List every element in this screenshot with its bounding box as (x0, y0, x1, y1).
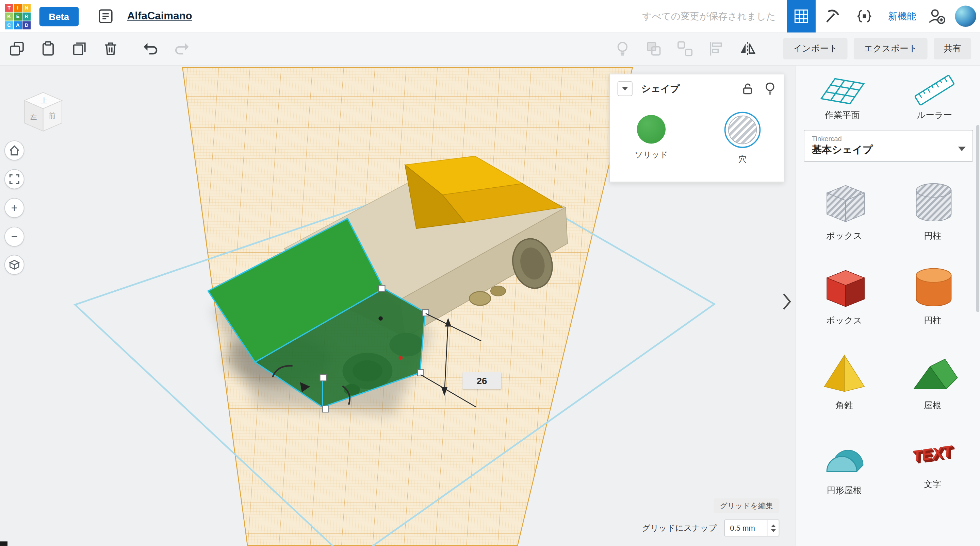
new-features-link[interactable]: 新機能 (888, 10, 916, 22)
workplane-tool[interactable]: 作業平面 (796, 71, 888, 121)
shape-inspector-panel: シェイプ ソリッド 穴 (609, 74, 784, 183)
dashboard-grid-button[interactable] (787, 0, 815, 33)
snap-grid-select[interactable]: 0.5 mm (724, 519, 780, 536)
solid-swatch (637, 115, 666, 143)
minecraft-export-button[interactable] (816, 0, 848, 33)
handle (323, 406, 329, 412)
lightbulb-icon[interactable] (764, 82, 776, 95)
show-all-button[interactable] (614, 40, 631, 57)
shape-label: 文字 (924, 479, 941, 490)
shape-label: ボックス (826, 230, 862, 242)
sidebar-scrollbar-thumb[interactable] (976, 125, 979, 312)
collapse-inspector-button[interactable] (617, 81, 633, 96)
ungroup-button[interactable] (677, 40, 693, 57)
align-icon (708, 40, 724, 57)
avatar[interactable] (955, 6, 976, 27)
redo-button[interactable] (174, 40, 190, 57)
beta-button[interactable]: Beta (40, 6, 79, 26)
shape-item-text[interactable]: TEXT 文字 (888, 433, 977, 496)
hole-option[interactable]: 穴 (716, 112, 769, 165)
header: TIN KER CAD Beta AlfaCaimano すべての変更が保存され… (0, 0, 980, 33)
share-button[interactable]: 共有 (934, 38, 971, 59)
snap-grid-value: 0.5 mm (725, 524, 767, 532)
chevron-down-icon (958, 146, 966, 152)
zoom-out-button[interactable]: − (5, 227, 24, 247)
vertex-dot[interactable] (379, 316, 382, 320)
dimension-badge[interactable]: 26 (463, 372, 501, 389)
shape-label: 屋根 (924, 400, 941, 411)
shape-panel-title: シェイプ (641, 83, 679, 95)
shape-item-box-hole[interactable]: ボックス (800, 178, 888, 241)
fit-view-button[interactable] (5, 169, 24, 189)
cube-front-label: 前 (49, 112, 56, 119)
midpoint-dot[interactable] (398, 356, 402, 360)
shape-item-round-roof[interactable]: 円形屋根 (800, 433, 888, 496)
shape-gallery: ボックス 円柱 ボックス (796, 162, 980, 496)
plus-icon: + (11, 202, 18, 214)
tinkercad-app: TIN KER CAD Beta AlfaCaimano すべての変更が保存され… (0, 0, 980, 546)
invite-user-button[interactable] (924, 0, 949, 33)
cylinder-hole-icon (907, 178, 959, 225)
align-button[interactable] (708, 40, 724, 57)
shape-label: 円柱 (924, 316, 941, 327)
list-icon (97, 8, 114, 24)
shape-item-cylinder[interactable]: 円柱 (888, 263, 977, 326)
export-button[interactable]: エクスポート (854, 38, 928, 59)
delete-button[interactable] (102, 40, 119, 57)
axle-part-2 (491, 286, 506, 296)
category-name: 基本シェイプ (812, 143, 965, 157)
zoom-in-button[interactable]: + (5, 198, 24, 218)
undo-icon (143, 40, 159, 57)
duplicate-button[interactable] (71, 40, 88, 57)
chevron-down-icon (621, 86, 629, 91)
group-button[interactable] (646, 40, 662, 57)
canvas-3d[interactable]: 26 上 左 前 + − (0, 65, 795, 546)
tinkercad-logo[interactable]: TIN KER CAD (5, 3, 30, 29)
view-cube[interactable]: 上 左 前 (18, 87, 69, 139)
copy-button[interactable] (9, 40, 25, 57)
ruler-tool[interactable]: ルーラー (888, 71, 980, 121)
shape-item-roof[interactable]: 屋根 (888, 348, 977, 411)
ruler-icon (911, 71, 959, 106)
box-hole-icon (818, 178, 870, 225)
perspective-toggle-button[interactable] (5, 255, 24, 275)
shape-label: 角錐 (835, 400, 853, 411)
edit-grid-button[interactable]: グリッドを編集 (714, 498, 780, 513)
codeblocks-button[interactable] (848, 0, 881, 33)
hole-label: 穴 (738, 154, 746, 165)
trash-icon (102, 40, 119, 57)
cylinder-icon (907, 263, 959, 310)
shape-item-box[interactable]: ボックス (800, 263, 888, 326)
design-title[interactable]: AlfaCaimano (127, 10, 192, 22)
spinner-icon (770, 524, 776, 532)
redo-icon (174, 40, 190, 57)
home-view-button[interactable] (5, 140, 24, 160)
shape-item-pyramid[interactable]: 角錐 (800, 348, 888, 411)
copy-icon (9, 40, 25, 57)
shape-panel-header: シェイプ (610, 75, 784, 103)
sidebar-collapse-button[interactable] (783, 292, 791, 313)
lightbulb-icon (614, 40, 631, 57)
roof-icon (907, 348, 959, 395)
shape-item-cylinder-hole[interactable]: 円柱 (888, 178, 977, 241)
design-menu-button[interactable] (94, 8, 118, 25)
pickaxe-icon (824, 8, 840, 24)
solid-option[interactable]: ソリッド (625, 112, 678, 165)
flip-button[interactable] (740, 40, 756, 57)
undo-button[interactable] (143, 40, 159, 57)
chevron-right-icon (783, 292, 791, 311)
perspective-cube-icon (9, 259, 20, 270)
codeblocks-icon (856, 8, 872, 24)
shape-label: 円形屋根 (827, 485, 862, 496)
grid-icon (794, 10, 808, 23)
fit-view-icon (9, 174, 20, 185)
round-roof-icon (818, 433, 870, 480)
toolbar: インポート エクスポート 共有 (0, 33, 980, 66)
snap-grid-label: グリッドにスナップ (642, 522, 717, 533)
import-button[interactable]: インポート (783, 38, 848, 59)
workplane-icon (819, 71, 866, 106)
paste-button[interactable] (40, 40, 56, 57)
shape-category-dropdown[interactable]: Tinkercad 基本シェイプ (804, 130, 973, 162)
lock-icon[interactable] (741, 82, 754, 95)
snap-grid-row: グリッドにスナップ 0.5 mm (642, 519, 780, 536)
